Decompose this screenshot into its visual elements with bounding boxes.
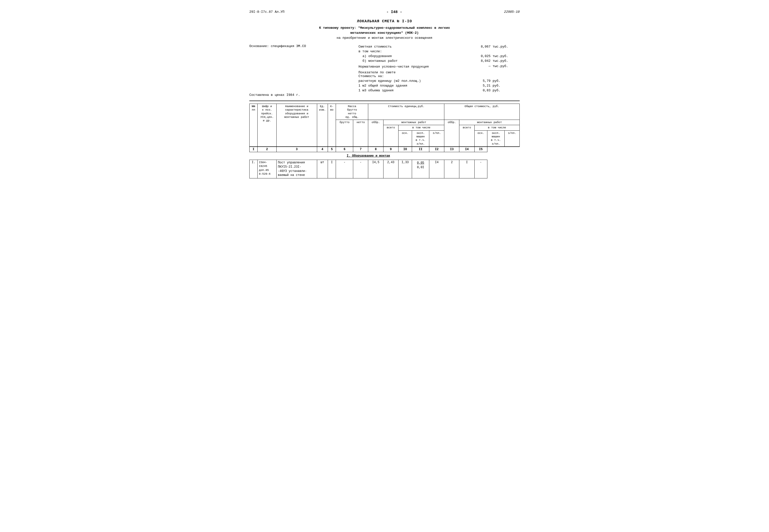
row1-t-mont: I xyxy=(459,160,474,178)
install-unit: тыс.руб. xyxy=(492,59,520,63)
th-mont-unit: монтажных работ xyxy=(383,120,444,125)
cost-label: Сметная стоимость xyxy=(357,44,473,49)
composed-label: Составлена в ценах I984 г. xyxy=(249,93,352,97)
indicators-label: Показатели по сметеСтоимость на: xyxy=(357,69,520,79)
th-mass: Массабруттонеттоед. общ. xyxy=(336,104,368,120)
th-unit-cost: Стоимость единицы,руб. xyxy=(368,104,444,120)
th-num: №№пп xyxy=(249,104,257,147)
subtitle2: металлических конструкциях" (ФОК-2) xyxy=(249,31,520,35)
section1-header: I. Оборудование и монтаж xyxy=(249,152,488,160)
th-t-main: осн. xyxy=(474,130,487,147)
row1-mont-main: I,33 xyxy=(398,160,412,178)
th-mass1: брутто xyxy=(336,120,353,147)
row1-mass1: - xyxy=(336,160,353,178)
th-t-zpl: з/пл. xyxy=(505,130,520,147)
col-n1: I xyxy=(249,147,257,152)
per-m3-unit: руб. xyxy=(492,88,520,93)
col-n6: 6 xyxy=(336,147,353,152)
page-header: 29I-8-I7c.87 Ал.УП - I48 - 22985-10 xyxy=(249,10,520,14)
section1-header-row: I. Оборудование и монтаж xyxy=(249,152,520,160)
header-center: - I48 - xyxy=(387,10,402,14)
col-n5: 5 xyxy=(328,147,336,152)
row1-num: I. xyxy=(249,160,257,178)
equip-unit: тыс.руб. xyxy=(492,54,520,59)
col-n7: 7 xyxy=(353,147,368,152)
basis-label: Основание: спецификация ЭМ.СО xyxy=(249,44,352,48)
row1-t-last: - xyxy=(474,160,487,178)
row1-name: Пост управленияПКУI5-2I.23I--40УЗ устана… xyxy=(276,160,317,178)
col-n15: I5 xyxy=(474,147,487,152)
equip-value: 0,025 xyxy=(473,54,492,59)
th-total-cost: Общая стоимость, руб. xyxy=(444,104,520,120)
col-n13: I3 xyxy=(444,147,459,152)
row1-equip-unit: I4,5 xyxy=(368,160,383,178)
cost-value: 8,067 xyxy=(473,44,492,49)
col-n12: I2 xyxy=(429,147,444,152)
subtitle1: К типовому проекту: "Физкультурно-оздоро… xyxy=(249,26,520,30)
col-n3: 3 xyxy=(276,147,317,152)
including-label: в том числе: xyxy=(357,49,473,54)
table-header-row: №№пп Шифр ик поз.прейск.УСН,цен.и др. На… xyxy=(249,104,520,120)
col-n14: I4 xyxy=(459,147,474,152)
th-mass2: нетто xyxy=(353,120,368,147)
install-value: 8,042 xyxy=(473,59,492,63)
main-table: №№пп Шифр ик поз.прейск.УСН,цен.и др. На… xyxy=(249,104,520,178)
row1-mont-total: 2,43 xyxy=(383,160,398,178)
norm-unit: тыс.руб. xyxy=(492,63,520,69)
per-unit-unit: руб. xyxy=(492,79,520,83)
th-equip-unit: оббр. xyxy=(368,120,383,147)
col-n11: II xyxy=(412,147,429,152)
col-n8: 8 xyxy=(368,147,383,152)
row1-qty: I xyxy=(328,160,336,178)
table-top-border xyxy=(249,101,520,101)
header-left: 29I-8-I7c.87 Ал.УП xyxy=(249,10,284,14)
row1-t-equip: 2 xyxy=(444,160,459,178)
th-main: осн. xyxy=(398,130,412,147)
install-label: б) монтажных работ xyxy=(357,59,473,63)
per-sqm-value: 5,21 xyxy=(473,83,492,88)
th-exp: эксп.машинв т.ч.з/пл. xyxy=(412,130,429,147)
th-t-exp: эксп.машинв т.ч.з/пл. xyxy=(487,130,505,147)
col-numbers-row: I 2 3 4 5 6 7 8 9 IO II I2 I3 I4 I5 xyxy=(249,147,520,152)
th-name: Наименование ихарактеристикаоборудования… xyxy=(276,104,317,147)
th-code: Шифр ик поз.прейск.УСН,цен.и др. xyxy=(257,104,276,147)
title-section: ЛОКАЛЬНАЯ СМЕТА № I-IO К типовому проект… xyxy=(249,19,520,40)
norm-value: — xyxy=(473,63,492,69)
th-unit: Ед.изм. xyxy=(317,104,328,147)
row1-code: I504-I8245доп.858-529-6 xyxy=(257,160,276,178)
col-n10: IO xyxy=(398,147,412,152)
th-t-including: в том числе xyxy=(474,125,520,130)
th-qty: К-во xyxy=(328,104,336,147)
norm-label: Нормативная условно-чистая продукция xyxy=(357,63,473,69)
cost-unit: тыс.руб. xyxy=(492,44,520,49)
header-right: 22985-10 xyxy=(504,10,520,14)
col-n2: 2 xyxy=(257,147,276,152)
th-mont-total-val: всего xyxy=(383,125,398,147)
row1-col12: I4 xyxy=(429,160,444,178)
page-title: ЛОКАЛЬНАЯ СМЕТА № I-IO xyxy=(249,19,520,24)
subtitle3: на приобретение и монтаж электрического … xyxy=(249,36,520,40)
table-row: I. I504-I8245доп.858-529-6 Пост управлен… xyxy=(249,160,520,178)
th-t-mont-total: всего xyxy=(459,125,474,147)
per-unit-value: 5,79 xyxy=(473,79,492,83)
th-equip-total: оббр. xyxy=(444,120,459,147)
equip-label: а) оборудования xyxy=(357,54,473,59)
col-n4: 4 xyxy=(317,147,328,152)
row1-mont-exp: 0,050,0I xyxy=(412,160,429,178)
per-sqm-label: 1 м2 общей площади здания xyxy=(357,83,473,88)
per-sqm-unit: руб. xyxy=(492,83,520,88)
per-m3-label: 1 м3 объема здания xyxy=(357,88,473,93)
th-mont-total: монтажных работ xyxy=(459,120,520,125)
per-m3-value: 0,83 xyxy=(473,88,492,93)
per-unit-label: расчетную единицу (м2 пол.площ.) xyxy=(357,79,473,83)
row1-mass2: - xyxy=(353,160,368,178)
row1-unit: шт xyxy=(317,160,328,178)
col-n9: 9 xyxy=(383,147,398,152)
th-mont-including: в том числе xyxy=(398,125,444,130)
th-zpl: з/пл. xyxy=(429,130,444,147)
